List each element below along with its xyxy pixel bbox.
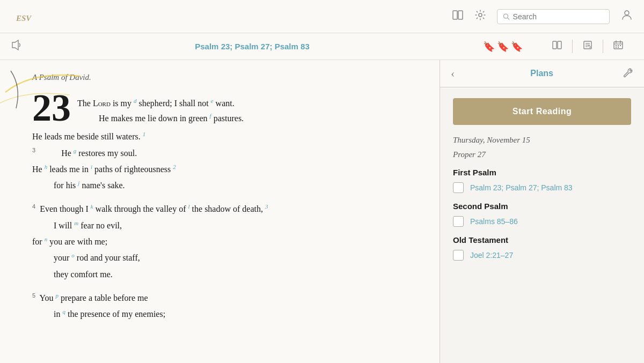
bookmark-blue[interactable]: 🔖 bbox=[511, 41, 523, 53]
ref-2: 2 bbox=[173, 164, 176, 170]
svg-point-6 bbox=[625, 11, 629, 15]
main-layout: A Psalm of David. 23 The Lord is my d sh… bbox=[0, 60, 644, 363]
right-panel-header: ‹ Plans bbox=[440, 60, 644, 87]
reading-mode-icon[interactable] bbox=[542, 40, 573, 53]
plan-item: Psalms 85–86 bbox=[453, 216, 631, 227]
right-sub-header bbox=[542, 40, 633, 53]
ref-n: n bbox=[45, 236, 48, 242]
verse-line: for his j name's sake. bbox=[32, 178, 418, 193]
svg-rect-18 bbox=[616, 45, 617, 46]
ref-g: g bbox=[74, 147, 77, 153]
start-reading-button[interactable]: Start Reading bbox=[453, 98, 631, 125]
svg-rect-21 bbox=[616, 47, 617, 48]
proper-text: Proper 27 bbox=[453, 150, 631, 159]
psalm-subtitle: A Psalm of David. bbox=[32, 73, 418, 82]
ref-e: e bbox=[211, 98, 214, 104]
svg-rect-1 bbox=[453, 11, 457, 19]
search-icon bbox=[503, 13, 510, 20]
bookmark-gold[interactable]: 🔖 bbox=[497, 41, 509, 53]
svg-line-5 bbox=[508, 18, 509, 19]
verse-line: He h leads me in i paths of righteousnes… bbox=[32, 162, 418, 177]
lord-text: Lord bbox=[93, 99, 111, 108]
svg-rect-19 bbox=[618, 45, 619, 46]
chapter-block: 23 The Lord is my d shepherd; I shall no… bbox=[32, 92, 418, 127]
header-icons bbox=[452, 9, 633, 25]
notes-icon[interactable] bbox=[573, 40, 603, 53]
svg-text:ESV: ESV bbox=[16, 14, 32, 23]
settings-icon[interactable] bbox=[474, 9, 486, 24]
verse-line: 4 Even though I k walk through the valle… bbox=[32, 202, 418, 217]
search-bar[interactable] bbox=[497, 9, 610, 24]
ref-d: d bbox=[134, 98, 137, 104]
right-panel-content: Start Reading Thursday, November 15 Prop… bbox=[440, 87, 644, 363]
old-testament-link[interactable]: Joel 2:21–27 bbox=[470, 251, 513, 260]
columns-icon[interactable] bbox=[452, 9, 464, 24]
ref-1: 1 bbox=[143, 131, 146, 137]
audio-icon[interactable] bbox=[11, 40, 21, 53]
date-text: Thursday, November 15 bbox=[453, 136, 631, 145]
svg-rect-8 bbox=[553, 41, 557, 49]
ref-p: p bbox=[55, 292, 58, 299]
svg-rect-2 bbox=[458, 11, 463, 19]
verse-line: He leads me beside still waters. 1 bbox=[32, 129, 418, 144]
passage-title: Psalm 23; Psalm 27; Psalm 83 bbox=[30, 42, 474, 51]
search-input[interactable] bbox=[513, 12, 604, 21]
first-verse: The Lord is my d shepherd; I shall not e… bbox=[77, 92, 244, 125]
svg-point-3 bbox=[479, 13, 482, 17]
calendar-icon[interactable] bbox=[603, 40, 633, 53]
svg-marker-7 bbox=[12, 40, 18, 50]
back-arrow[interactable]: ‹ bbox=[451, 66, 455, 80]
first-psalm-checkbox[interactable] bbox=[453, 182, 464, 193]
section-second-psalm: Second Psalm bbox=[453, 202, 631, 211]
section-first-psalm: First Psalm bbox=[453, 168, 631, 177]
ref-h: h bbox=[45, 164, 48, 170]
second-psalm-checkbox[interactable] bbox=[453, 216, 464, 227]
second-psalm-link[interactable]: Psalms 85–86 bbox=[470, 217, 518, 226]
bookmarks: 🔖 🔖 🔖 bbox=[483, 41, 523, 53]
verse-line: 3 He g restores my soul. bbox=[32, 145, 418, 160]
bookmark-red[interactable]: 🔖 bbox=[483, 41, 495, 53]
user-icon[interactable] bbox=[620, 9, 633, 25]
panel-title: Plans bbox=[461, 69, 623, 78]
old-testament-checkbox[interactable] bbox=[453, 250, 464, 261]
verse-line: for n you are with me; bbox=[32, 234, 418, 249]
svg-rect-22 bbox=[618, 47, 619, 48]
ref-o: o bbox=[71, 252, 75, 258]
plan-item: Psalm 23; Psalm 27; Psalm 83 bbox=[453, 182, 631, 193]
verse-num-5: 5 bbox=[32, 292, 35, 299]
verse-line: your o rod and your staff, bbox=[32, 250, 418, 265]
verse-line: in q the presence of my enemies; bbox=[32, 307, 418, 322]
chapter-number: 23 bbox=[32, 88, 71, 127]
section-old-testament: Old Testament bbox=[453, 235, 631, 245]
first-psalm-link[interactable]: Psalm 23; Psalm 27; Psalm 83 bbox=[470, 183, 573, 192]
ref-q: q bbox=[62, 308, 65, 315]
wrench-icon[interactable] bbox=[623, 67, 633, 80]
verse-line: 5 You p prepare a table before me bbox=[32, 291, 418, 306]
verse-num-3: 3 bbox=[32, 147, 35, 153]
ref-k: k bbox=[91, 203, 93, 210]
plan-item: Joel 2:21–27 bbox=[453, 250, 631, 261]
header: ESV bbox=[0, 0, 644, 33]
ref-3: 3 bbox=[265, 203, 268, 210]
svg-rect-20 bbox=[620, 45, 621, 46]
svg-rect-9 bbox=[558, 41, 561, 49]
right-panel: ‹ Plans Start Reading Thursday, November… bbox=[440, 60, 644, 363]
sub-header: Psalm 23; Psalm 27; Psalm 83 🔖 🔖 🔖 bbox=[0, 33, 644, 60]
ref-j: j bbox=[78, 180, 79, 186]
ref-i: i bbox=[91, 164, 92, 170]
bible-text: A Psalm of David. 23 The Lord is my d sh… bbox=[0, 60, 440, 363]
ref-l: l bbox=[188, 203, 190, 210]
ref-f: f bbox=[210, 113, 211, 119]
esv-logo: ESV bbox=[11, 4, 36, 29]
verse-line: they comfort me. bbox=[32, 267, 418, 282]
verse-num-4: 4 bbox=[32, 203, 35, 210]
ref-m: m bbox=[74, 220, 78, 226]
verse-line: I will m fear no evil, bbox=[32, 218, 418, 233]
